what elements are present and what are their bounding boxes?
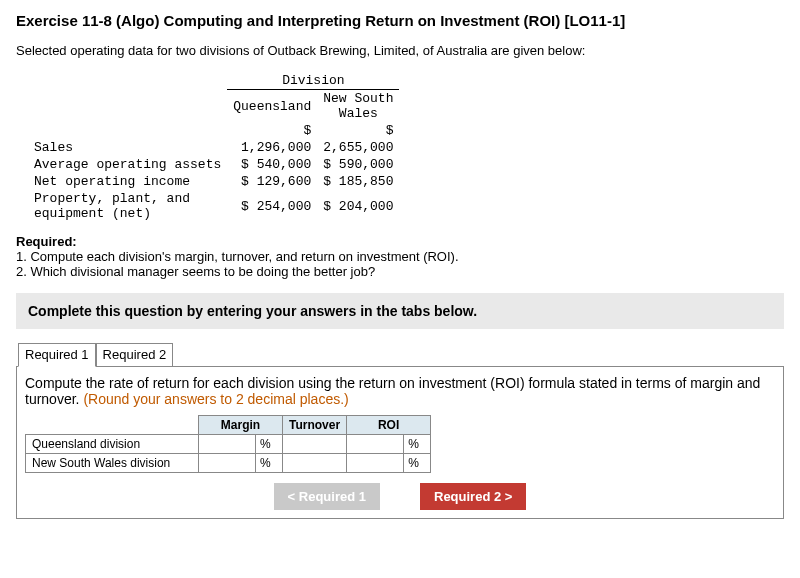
- required-block: Required: 1. Compute each division's mar…: [16, 234, 784, 279]
- panel-instruction-note: (Round your answers to 2 decimal places.…: [83, 391, 348, 407]
- answer-panel: Compute the rate of return for each divi…: [16, 366, 784, 519]
- exercise-title: Exercise 11-8 (Algo) Computing and Inter…: [16, 12, 784, 29]
- chevron-right-icon: >: [505, 489, 513, 504]
- tab-required-1[interactable]: Required 1: [18, 343, 96, 367]
- answer-table: Margin Turnover ROI Queensland division …: [25, 415, 431, 473]
- input-qld-margin[interactable]: [199, 435, 253, 453]
- input-qld-roi[interactable]: [347, 435, 401, 453]
- input-nsw-margin[interactable]: [199, 454, 253, 472]
- noi-qld: $ 129,600: [227, 173, 317, 190]
- sales-qld: 1,296,000: [227, 139, 317, 156]
- exercise-subtitle: Selected operating data for two division…: [16, 43, 784, 58]
- unit-nsw-margin: %: [256, 454, 283, 473]
- currency-symbol-2: $: [317, 122, 399, 139]
- noi-nsw: $ 185,850: [317, 173, 399, 190]
- division-group-header: Division: [227, 72, 399, 90]
- input-nsw-turnover[interactable]: [283, 454, 337, 472]
- operating-data-table: Division Queensland New South Wales $ $ …: [28, 72, 399, 222]
- sales-nsw: 2,655,000: [317, 139, 399, 156]
- col-roi: ROI: [347, 416, 431, 435]
- required-line-2: 2. Which divisional manager seems to be …: [16, 264, 784, 279]
- col-new-south-wales: New South Wales: [317, 90, 399, 123]
- next-button-label: Required 2: [434, 489, 501, 504]
- tab-required-2[interactable]: Required 2: [96, 343, 174, 367]
- row-nsw-label: New South Wales division: [26, 454, 199, 473]
- unit-qld-roi: %: [404, 435, 431, 454]
- next-button[interactable]: Required 2 >: [420, 483, 526, 510]
- required-label: Required:: [16, 234, 784, 249]
- unit-qld-margin: %: [256, 435, 283, 454]
- input-nsw-roi[interactable]: [347, 454, 401, 472]
- row-sales-label: Sales: [28, 139, 227, 156]
- input-qld-turnover[interactable]: [283, 435, 337, 453]
- ppe-qld: $ 254,000: [227, 190, 317, 222]
- ppe-nsw: $ 204,000: [317, 190, 399, 222]
- row-noi-label: Net operating income: [28, 173, 227, 190]
- currency-symbol-1: $: [227, 122, 317, 139]
- assets-qld: $ 540,000: [227, 156, 317, 173]
- col-queensland: Queensland: [227, 90, 317, 123]
- prev-button[interactable]: < Required 1: [274, 483, 380, 510]
- panel-instruction: Compute the rate of return for each divi…: [25, 375, 775, 407]
- instruction-bar: Complete this question by entering your …: [16, 293, 784, 329]
- required-line-1: 1. Compute each division's margin, turno…: [16, 249, 784, 264]
- tabs: Required 1 Required 2: [16, 343, 784, 367]
- col-margin: Margin: [199, 416, 283, 435]
- col-turnover: Turnover: [283, 416, 347, 435]
- row-qld-label: Queensland division: [26, 435, 199, 454]
- unit-nsw-roi: %: [404, 454, 431, 473]
- prev-button-label: Required 1: [299, 489, 366, 504]
- row-assets-label: Average operating assets: [28, 156, 227, 173]
- assets-nsw: $ 590,000: [317, 156, 399, 173]
- row-ppe-label: Property, plant, and equipment (net): [28, 190, 227, 222]
- chevron-left-icon: <: [288, 489, 296, 504]
- nav-buttons: < Required 1 Required 2 >: [25, 483, 775, 510]
